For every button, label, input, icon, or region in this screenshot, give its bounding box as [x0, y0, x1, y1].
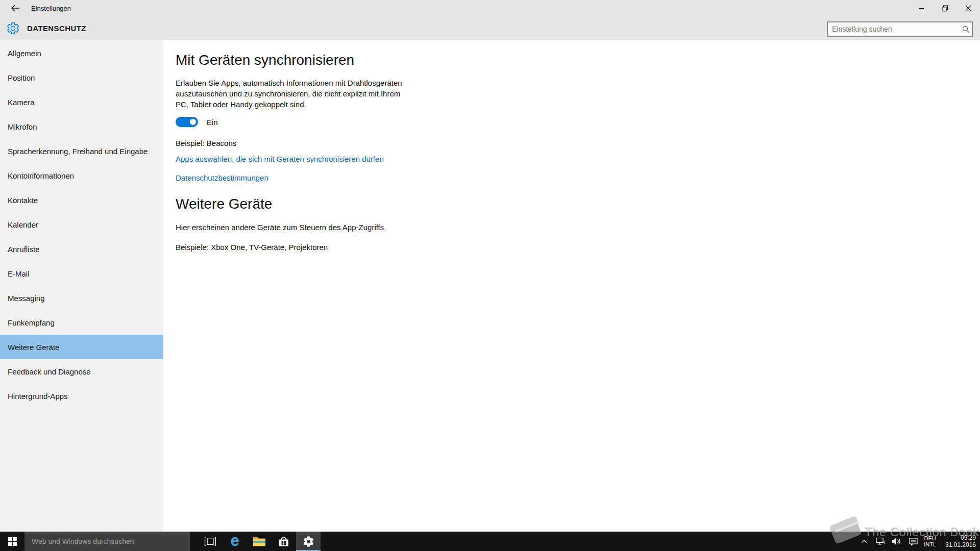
close-icon — [965, 5, 971, 11]
clock-date: 31.01.2016 — [941, 541, 976, 548]
toggle-state-label: Ein — [207, 118, 218, 127]
system-tray: DEU INTL 09:29 31.01.2016 — [859, 532, 976, 551]
settings-app-button[interactable] — [296, 532, 321, 551]
sidebar-item-spracherkennung[interactable]: Spracherkennung, Freihand und Eingabe — [0, 139, 163, 163]
sidebar-item-kamera[interactable]: Kamera — [0, 90, 163, 114]
window-title: Einstellungen — [31, 0, 71, 16]
chevron-up-icon — [861, 539, 867, 543]
edge-icon: e — [230, 533, 239, 548]
task-view-icon — [204, 536, 216, 546]
taskbar-search-input[interactable] — [24, 537, 190, 546]
sync-toggle-row: Ein — [176, 117, 635, 127]
section-title-other-devices: Weitere Geräte — [176, 196, 635, 212]
close-button[interactable] — [957, 0, 980, 16]
settings-window: Einstellungen DATENSCHUTZ — [0, 0, 980, 551]
other-devices-examples: Beispiele: Xbox One, TV-Geräte, Projekto… — [176, 243, 635, 252]
sidebar-item-mikrofon[interactable]: Mikrofon — [0, 114, 163, 139]
minimize-button[interactable] — [910, 0, 933, 16]
volume-button[interactable] — [891, 537, 902, 545]
network-status-button[interactable] — [875, 537, 886, 545]
language-indicator[interactable]: DEU INTL — [924, 535, 936, 547]
sync-example-text: Beispiel: Beacons — [176, 139, 635, 147]
settings-gear-icon — [6, 21, 20, 35]
task-view-button[interactable] — [198, 532, 223, 551]
action-center-icon — [909, 537, 918, 546]
store-icon — [278, 535, 290, 547]
back-button[interactable] — [5, 0, 26, 16]
minimize-icon — [918, 5, 924, 11]
sync-description: Erlauben Sie Apps, automatisch Informati… — [176, 78, 404, 110]
restore-icon — [942, 5, 948, 12]
action-center-button[interactable] — [908, 537, 919, 546]
taskbar-search-box[interactable] — [24, 532, 190, 551]
back-arrow-icon — [11, 5, 20, 12]
sidebar-item-position[interactable]: Position — [0, 65, 163, 90]
main-content: Mit Geräten synchronisieren Erlauben Sie… — [176, 40, 635, 252]
sidebar-item-feedback[interactable]: Feedback und Diagnose — [0, 359, 163, 384]
sync-toggle[interactable] — [176, 117, 198, 127]
keyboard-layout-code: INTL — [924, 541, 936, 547]
toggle-knob — [190, 119, 196, 125]
sidebar-item-weitere-geraete[interactable]: Weitere Geräte — [0, 335, 163, 359]
store-button[interactable] — [272, 532, 296, 551]
clock[interactable]: 09:29 31.01.2016 — [941, 534, 976, 548]
header-category: DATENSCHUTZ — [6, 16, 86, 40]
choose-apps-link[interactable]: Apps auswählen, die sich mit Geräten syn… — [176, 155, 635, 163]
titlebar: Einstellungen — [0, 0, 980, 16]
tray-expand-button[interactable] — [859, 539, 870, 543]
other-devices-description: Hier erscheinen andere Geräte zum Steuer… — [176, 223, 635, 232]
privacy-statement-link[interactable]: Datenschutzbestimmungen — [176, 173, 635, 182]
windows-logo-icon — [8, 537, 17, 546]
sidebar-item-email[interactable]: E-Mail — [0, 261, 163, 286]
taskbar: e DEU — [0, 532, 980, 551]
privacy-nav-sidebar: Allgemein Position Kamera Mikrofon Sprac… — [0, 40, 163, 532]
sidebar-item-hintergrund-apps[interactable]: Hintergrund-Apps — [0, 384, 163, 408]
file-explorer-icon — [253, 536, 266, 546]
taskbar-icons: e — [198, 532, 321, 551]
sidebar-item-allgemein[interactable]: Allgemein — [0, 41, 163, 65]
sidebar-item-kalender[interactable]: Kalender — [0, 212, 163, 237]
section-title-sync: Mit Geräten synchronisieren — [176, 52, 635, 68]
sidebar-item-messaging[interactable]: Messaging — [0, 286, 163, 310]
window-top-band: Einstellungen DATENSCHUTZ — [0, 0, 980, 40]
network-icon — [876, 537, 886, 545]
settings-gear-taskbar-icon — [302, 535, 315, 548]
restore-button[interactable] — [933, 0, 957, 16]
edge-browser-button[interactable]: e — [223, 532, 247, 551]
speaker-icon — [892, 537, 902, 545]
sidebar-item-kontakte[interactable]: Kontakte — [0, 188, 163, 212]
start-button[interactable] — [0, 532, 24, 551]
sidebar-item-anrufliste[interactable]: Anrufliste — [0, 237, 163, 261]
sidebar-item-funkempfang[interactable]: Funkempfang — [0, 310, 163, 335]
clock-time: 09:29 — [941, 534, 976, 541]
settings-search-box[interactable] — [827, 21, 973, 37]
file-explorer-button[interactable] — [247, 532, 272, 551]
language-code: DEU — [924, 535, 936, 541]
settings-search-input[interactable] — [828, 25, 960, 33]
search-icon[interactable] — [960, 26, 972, 33]
sidebar-item-kontoinformationen[interactable]: Kontoinformationen — [0, 163, 163, 188]
page-title: DATENSCHUTZ — [27, 24, 86, 33]
app-header: DATENSCHUTZ — [0, 16, 980, 40]
window-controls — [910, 0, 980, 16]
